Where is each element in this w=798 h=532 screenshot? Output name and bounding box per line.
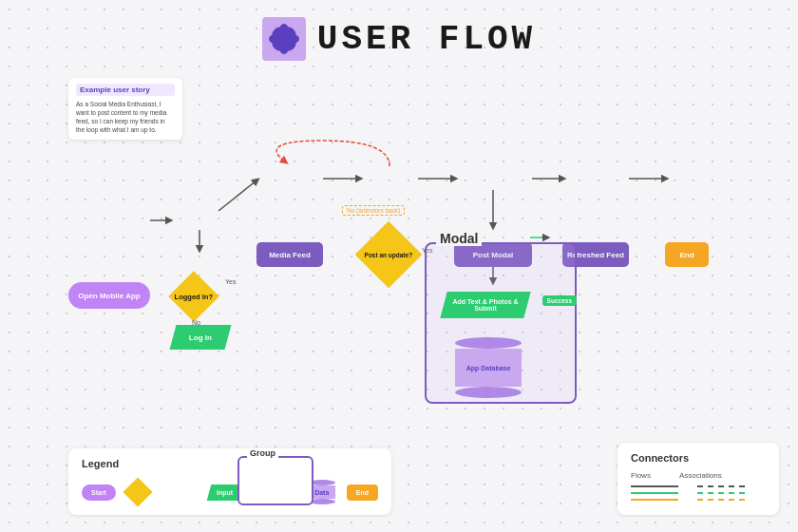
connector-orange-dashed	[697, 499, 745, 501]
connector-orange	[631, 499, 678, 501]
modal-group: Modal Add Text & Photos & Submit Success…	[425, 242, 577, 404]
page-title: USER FLOW	[317, 20, 536, 59]
connector-green	[631, 492, 678, 494]
media-feed-node: Media Feed	[256, 242, 323, 267]
legend-group-box: Group	[238, 456, 314, 505]
svg-point-8	[279, 34, 289, 44]
legend-area: Legend Start Input Process Data End	[68, 448, 391, 515]
connector-row-2	[631, 492, 766, 494]
yes-label-loggedin: Yes	[225, 278, 236, 285]
add-text-node: Add Text & Photos & Submit	[440, 292, 531, 318]
post-update-node: Post an update?	[359, 231, 418, 278]
no-animates-back-label: No (animates back)	[342, 205, 405, 216]
flower-icon	[262, 17, 306, 61]
connector-row-3	[631, 499, 766, 501]
success-badge: Success	[542, 295, 577, 306]
end-node: End	[665, 242, 709, 267]
legend-decision	[123, 477, 152, 506]
open-mobile-app-node: Open Mobile App	[68, 282, 150, 309]
legend-end: End	[347, 484, 378, 501]
flows-label: Flows	[631, 471, 651, 480]
legend-group-label: Group	[247, 448, 278, 458]
legend-title: Legend	[82, 458, 378, 469]
connectors-header: Flows Associations	[631, 471, 766, 480]
connector-dashed	[697, 485, 745, 487]
app-database-node: App Database	[455, 337, 522, 398]
connector-green-dashed	[697, 492, 745, 494]
modal-label: Modal	[436, 231, 482, 246]
connector-solid	[631, 485, 678, 487]
connectors-title: Connectors	[631, 452, 766, 464]
connectors-area: Connectors Flows Associations	[618, 443, 779, 515]
title-area: USER FLOW	[0, 0, 798, 61]
logged-in-node: Logged In?	[169, 277, 218, 315]
connector-row-1	[631, 485, 766, 487]
legend-decision-wrap	[127, 479, 148, 505]
associations-label: Associations	[679, 471, 722, 480]
legend-start: Start	[82, 484, 116, 501]
flow-area: Open Mobile App Logged In? Yes No Media …	[0, 76, 798, 437]
legend-items: Start Input Process Data End	[82, 479, 378, 505]
